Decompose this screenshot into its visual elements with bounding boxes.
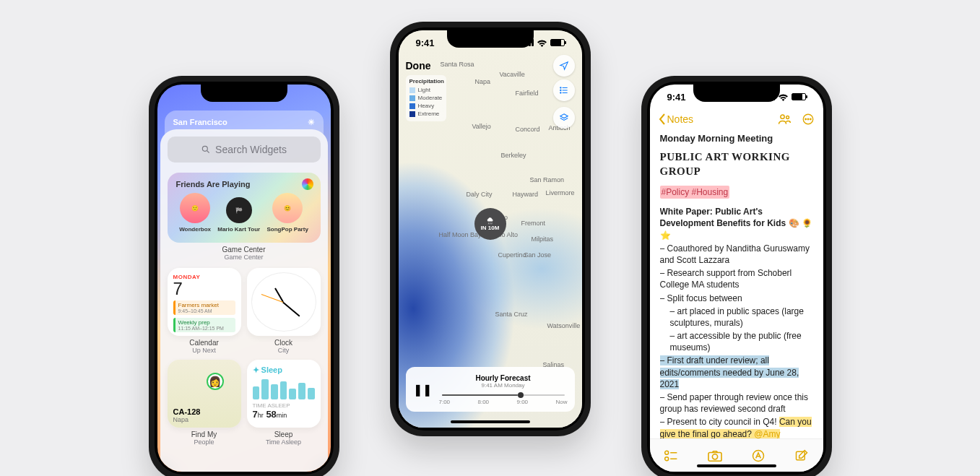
phone-maps-weather: 9:41 Santa RosaNapaVacavilleFairfieldVal… [390,22,591,436]
precipitation-legend: Precipitation LightModerateHeavyExtreme [406,75,446,121]
svg-point-5 [560,87,560,88]
note-line: – Research support from Schoberl College… [660,267,813,290]
note-tags: #Policy #Housing [660,186,730,199]
note-line: – Split focus between [660,293,813,304]
compose-button[interactable] [794,449,809,463]
sleep-section: TIME ASLEEP [253,402,315,409]
sun-icon: ☀︎ [308,118,315,127]
forecast-sub: 9:41 AM Monday [439,382,568,389]
status-time: 9:41 [416,38,435,48]
svg-point-12 [780,115,784,118]
map-place-label: San Ramon [530,176,565,183]
map-place-label: Watsonville [547,322,581,329]
note-line: – Present to city council in Q4! Can you… [660,416,813,438]
forecast-ticks: 7:008:009:00Now [439,399,568,405]
map-place-label: San Jose [524,251,552,259]
game-center-widget[interactable]: Friends Are Playing 🙂 Wonderbox 🏁 Mario … [168,173,321,243]
sleep-bars-icon [253,378,315,399]
map-place-label: Daly City [467,191,493,198]
widget-label: Find MyPeople [168,430,241,446]
person-pin-icon: 👩 [207,373,224,390]
svg-point-17 [810,118,811,120]
phone-widgets: San Francisco ☀︎ Search Widgets Friends … [149,76,339,476]
phone-notes: 9:41 Notes Monday Morning Meet [641,76,832,476]
map-place-label: Fairfield [516,90,539,97]
map-place-label: Santa Cruz [495,311,528,318]
note-line: – art accessible by the public (free mus… [660,330,813,353]
wifi-icon [537,39,547,47]
sleep-value: 7hr 58min [253,409,315,420]
svg-point-6 [560,90,560,90]
clock-widget[interactable] [247,268,321,336]
widget-label: Game Center Game Center [168,246,321,261]
markup-button[interactable] [751,449,766,463]
status-time: 9:41 [667,92,686,103]
chevron-left-icon [659,113,666,125]
list-button[interactable] [553,79,575,101]
svg-marker-8 [560,114,568,118]
map-place-label: Milpitas [532,235,554,243]
map-place-label: Hayward [513,191,539,198]
back-button[interactable]: Notes [659,113,694,125]
map-place-label: Berkeley [501,152,526,159]
battery-icon [550,39,565,46]
widget-gallery-sheet: Search Widgets Friends Are Playing 🙂 Won… [160,129,328,472]
map-place-label: Half Moon Bay [439,231,482,238]
camera-button[interactable] [707,449,723,462]
findmy-widget[interactable]: 👩 CA-128 Napa [168,360,241,428]
hourly-forecast-card[interactable]: ❚❚ Hourly Forecast 9:41 AM Monday 7:008:… [406,367,575,412]
rain-icon [485,217,495,225]
sleep-widget[interactable]: ✦ Sleep TIME ASLEEP 7hr 58min [247,360,321,428]
map-place-label: Livermore [546,189,575,196]
notes-navbar: Notes [650,106,823,132]
avatar-icon: 🙂 [180,193,210,223]
svg-point-18 [665,451,669,454]
more-button[interactable] [802,113,815,126]
svg-point-23 [712,454,717,459]
wifi-icon [778,93,789,101]
avatar-icon: 😊 [272,193,303,223]
weather-city: San Francisco [173,118,227,126]
search-input[interactable]: Search Widgets [168,137,321,163]
weather-bubble[interactable]: IN 10M [474,208,506,240]
findmy-route: CA-128 [173,407,201,416]
note-title: Monday Morning Meeting [660,132,813,145]
game-center-icon [302,178,313,190]
collaborate-button[interactable] [777,113,792,126]
map-place-label: Cupertino [498,251,526,259]
gc-item-label: Wonderbox [179,226,211,233]
calendar-event: Weekly prep 11:15 AM–12:15 PM [173,318,235,332]
map-place-label: Fremont [521,220,546,227]
svg-point-16 [807,118,809,120]
note-subhead: White Paper: Public Art's Development Be… [660,207,812,240]
forecast-scrubber[interactable] [442,394,565,396]
legend-row: Heavy [409,103,443,109]
checklist-button[interactable] [664,449,678,462]
legend-row: Light [409,87,443,93]
layers-button[interactable] [553,107,575,129]
widget-label: SleepTime Asleep [247,430,321,446]
svg-line-1 [207,151,209,153]
home-indicator[interactable] [451,420,530,423]
gc-item[interactable]: 🙂 Wonderbox [179,193,211,233]
done-button[interactable]: Done [406,60,431,72]
widget-label: CalendarUp Next [168,339,241,354]
pause-button[interactable]: ❚❚ [413,383,432,397]
note-line: – First draft under review; all edits/co… [660,355,813,390]
map-place-label: Napa [475,78,491,85]
weather-bubble-text: IN 10M [481,225,500,231]
widget-label: ClockCity [247,339,321,354]
gc-header: Friends Are Playing [176,180,312,189]
note-line: – Coauthored by Nanditha Guruswamy and S… [660,243,813,266]
map-place-label: Vallejo [472,123,491,130]
svg-point-0 [202,146,207,151]
home-indicator[interactable] [697,464,776,467]
note-body[interactable]: Monday Morning Meeting Public Art Workin… [660,132,813,438]
note-line: – Send paper through review once this gr… [660,391,813,415]
sleep-title: ✦ Sleep [253,365,315,375]
location-arrow-button[interactable] [553,55,575,77]
calendar-widget[interactable]: MONDAY 7 Farmers market 9:45–10:45 AM We… [168,268,241,336]
gc-item[interactable]: 🏁 Mario Kart Tour [217,197,260,233]
svg-point-13 [786,116,789,119]
gc-item[interactable]: 😊 SongPop Party [266,193,308,233]
